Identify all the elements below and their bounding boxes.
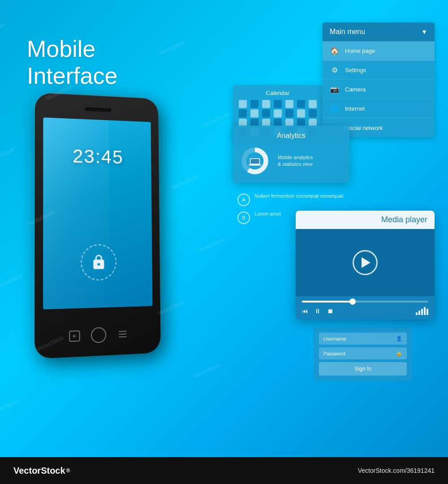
phone-body: 23:45 [34, 92, 161, 359]
menu-header: Main menu ▼ [323, 22, 435, 41]
username-field[interactable]: Username 👤 [319, 333, 407, 345]
menu-item-home-label: Home page [345, 48, 375, 54]
menu-item-internet-label: Internet [345, 105, 365, 112]
cal-cell [239, 109, 247, 117]
camera-icon: 📷 [330, 84, 340, 94]
pause-button[interactable]: ⏸ [314, 307, 321, 315]
menu-item-settings[interactable]: ⚙ Settings [323, 60, 435, 80]
watermark-7: VectorStock [0, 398, 20, 415]
home-icon: 🏠 [330, 46, 340, 56]
phone-speaker [85, 107, 111, 112]
menu-item-home[interactable]: 🏠 Home page [323, 41, 435, 60]
menu-item-social-label: Social network [345, 125, 383, 131]
password-label: Password [323, 351, 345, 356]
title-line1: Mobile [27, 36, 95, 62]
menu-line [119, 336, 127, 337]
vol-bar-4 [424, 307, 426, 315]
cal-cell [262, 100, 270, 108]
menu-card-body: Main menu ▼ 🏠 Home page ⚙ Settings 📷 Cam… [323, 22, 435, 137]
watermark-11: VectorStock [197, 236, 226, 254]
phone-screen: 23:45 [43, 117, 152, 309]
lock-circle [81, 244, 116, 281]
watermark-13: VectorStock [193, 362, 221, 380]
main-menu-card: Main menu ▼ 🏠 Home page ⚙ Settings 📷 Cam… [323, 22, 435, 139]
phone-container: 23:45 [25, 87, 178, 374]
media-player-header: Media player [296, 211, 435, 229]
cal-cell [262, 109, 270, 117]
menu-item-internet[interactable]: 🌐 Internet [323, 99, 435, 118]
list-text-b: Lorem amet [254, 211, 281, 217]
cal-cell [250, 100, 258, 108]
cal-cell [297, 109, 305, 117]
play-triangle-icon [362, 257, 370, 268]
title-line2: Interface [27, 63, 117, 89]
list-text-a: Nullam fermentum consequat consequat. [254, 193, 345, 199]
prev-button[interactable]: ⏮ [302, 307, 308, 315]
vol-bar-1 [416, 312, 418, 315]
screen-clock: 23:45 [43, 144, 151, 169]
watermark-5: VectorStock [0, 272, 24, 290]
menu-button[interactable] [117, 329, 129, 339]
sign-in-button[interactable]: Sign In [319, 362, 407, 376]
cal-cell [239, 100, 247, 108]
watermark-8: VectorStock [157, 39, 185, 57]
cal-cell [309, 100, 317, 108]
internet-icon: 🌐 [330, 104, 340, 113]
cal-cell [274, 109, 282, 117]
donut-chart [239, 145, 271, 177]
analytics-card: Analytics Mobile analytics& statistics v… [233, 125, 349, 183]
cal-cell [285, 109, 293, 117]
analytics-description: Mobile analytics& statistics view [278, 154, 313, 168]
title-section: Mobile Interface [27, 36, 117, 90]
cal-cell [297, 100, 305, 108]
vol-bar-2 [418, 311, 420, 315]
cal-cell [309, 109, 317, 117]
stop-button[interactable]: ⏹ [327, 307, 333, 315]
badge-a: A [237, 194, 250, 206]
cal-cell [250, 109, 258, 117]
media-video-area [296, 229, 435, 296]
calendar-title: Calendar [237, 90, 318, 96]
watermark-1: VectorStock [0, 21, 6, 39]
menu-line [119, 333, 127, 335]
menu-dropdown-arrow[interactable]: ▼ [421, 28, 427, 35]
menu-item-camera-label: Camera [345, 86, 366, 93]
vectorstock-logo: VectorStock ® [13, 466, 70, 476]
bottom-bar: VectorStock ® VectorStock.com/36191241 [0, 457, 448, 484]
vectorstock-url: VectorStock.com/36191241 [358, 467, 435, 474]
progress-handle[interactable] [349, 298, 356, 305]
analytics-content: Mobile analytics& statistics view [239, 145, 343, 177]
lock-icon [90, 254, 107, 271]
lock-icon: 🔒 [396, 350, 402, 356]
progress-bar[interactable] [302, 301, 428, 302]
cal-cell [274, 100, 282, 108]
settings-icon: ⚙ [330, 65, 340, 75]
vol-bar-5 [426, 309, 428, 315]
logo-text: VectorStock [13, 466, 65, 476]
screen-lock [81, 244, 116, 281]
list-item-a: A Nullam fermentum consequat consequat. [237, 193, 345, 206]
volume-indicator [416, 307, 428, 315]
svg-rect-4 [250, 159, 259, 164]
vol-bar-3 [421, 309, 423, 315]
svg-rect-3 [249, 164, 261, 166]
user-icon: 👤 [396, 336, 402, 341]
menu-item-camera[interactable]: 📷 Camera [323, 80, 435, 99]
controls-row: ⏮ ⏸ ⏹ [302, 307, 428, 315]
menu-header-title: Main menu [330, 28, 365, 36]
phone-buttons [34, 325, 160, 346]
menu-item-settings-label: Settings [345, 67, 366, 73]
password-field[interactable]: Password 🔒 [319, 347, 407, 359]
home-button[interactable] [91, 327, 106, 343]
cal-cell [285, 100, 293, 108]
registered-mark: ® [66, 467, 70, 474]
media-player-title: Media player [381, 215, 427, 224]
media-controls: ⏮ ⏸ ⏹ [296, 296, 435, 320]
back-button[interactable] [69, 330, 80, 342]
badge-b: B [237, 212, 250, 224]
play-button[interactable] [353, 250, 378, 275]
progress-fill [302, 301, 353, 302]
menu-line [119, 331, 127, 332]
media-player-card: Media player ⏮ ⏸ ⏹ [296, 211, 435, 320]
analytics-title: Analytics [239, 132, 343, 140]
